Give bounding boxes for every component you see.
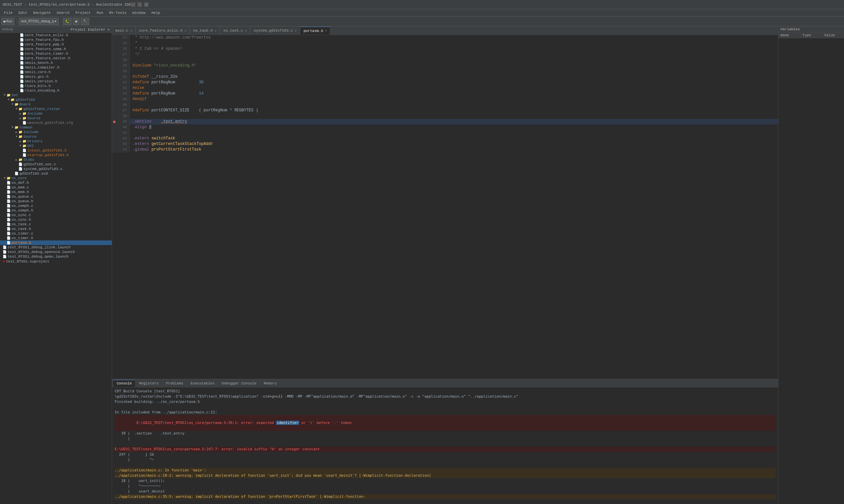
console-content[interactable]: CDT Build Console [test_RTOS1] \gd32vf10… (112, 388, 778, 504)
tree-item-nmsis-core-h[interactable]: 📄 nmsis_core.h (0, 70, 112, 74)
line-bp-33[interactable] (112, 85, 116, 91)
toolbar-btn-debug[interactable]: 🐛 (63, 18, 71, 25)
tree-item-os-queue-c[interactable]: 📄 os_queue.c (0, 194, 112, 199)
console-tab-registers[interactable]: Registers (136, 380, 162, 387)
line-bp-29[interactable] (112, 63, 116, 69)
tree-item-system-gd32vf103-c[interactable]: 📄 system_gd32vf103.c (0, 167, 112, 171)
line-bp-39[interactable] (112, 119, 116, 125)
tree-item-include-board[interactable]: ▶ 📁 Include (0, 111, 112, 116)
tree-item-common[interactable]: ▼ 📁 Common (0, 125, 112, 130)
line-bp-31[interactable] (112, 74, 116, 80)
tab-main-c[interactable]: main.c ✕ (112, 27, 136, 35)
tree-item-nmsis-version-h[interactable]: 📄 nmsis_version.h (0, 79, 112, 84)
tree-item-riscv-bits-h[interactable]: 📄 riscv_bits.h (0, 84, 112, 88)
line-bp-27[interactable] (112, 52, 116, 57)
tree-item-stubs[interactable]: ▶ 📁 Stubs (0, 158, 112, 162)
tree-item-os-def-h[interactable]: 📄 os_def.h (0, 181, 112, 185)
line-bp-38[interactable] (112, 113, 116, 119)
tree-item-os-semph-h[interactable]: 📄 os_semph.h (0, 208, 112, 213)
menu-edit[interactable]: Edit (16, 10, 30, 16)
menu-navigate[interactable]: Navigate (31, 10, 53, 16)
minimize-button[interactable]: ─ (131, 2, 136, 7)
console-tab-problems[interactable]: Problems (163, 380, 187, 387)
run-button[interactable]: ▶ Run (1, 18, 15, 25)
line-bp-40[interactable] (112, 125, 116, 130)
menu-file[interactable]: File (1, 10, 15, 16)
tree-item-gd32vf103-soc-c[interactable]: 📄 gd32vf103_soc.c (0, 162, 112, 167)
config-dropdown[interactable]: test_RTOS1_debug_q ▾ (19, 18, 59, 25)
tree-item-gd32vf103[interactable]: ▼ 📁 gd32vf103 (0, 97, 112, 102)
tree-item-os-timer-c[interactable]: 📄 os_timer.c (0, 231, 112, 236)
tree-item-nmsis-compiler-h[interactable]: 📄 nmsis_compiler.h (0, 65, 112, 70)
tree-item-test-rtos1-debug-openocd[interactable]: 📄 test_RTOS1_debug_openocd.launch (0, 250, 112, 254)
close-tab-portasm[interactable]: ✕ (325, 29, 327, 33)
tree-item-core-feature-timer-h[interactable]: 📄 core_feature_timer.h (0, 51, 112, 56)
toolbar-btn-stop[interactable]: ■ (73, 18, 79, 25)
line-bp-42[interactable] (112, 136, 116, 141)
line-bp-35[interactable] (112, 96, 116, 102)
tree-item-core-feature-spmp-h[interactable]: 📄 core_feature_spmp.h (0, 47, 112, 51)
menu-help[interactable]: Help (149, 10, 163, 16)
tree-item-gd32vf103v-rvstar[interactable]: ▼ 📁 gd32vf103v_rvstar (0, 107, 112, 111)
tree-item-test-rtos1-nuproject[interactable]: ● test_RTOS1.nuproject (0, 259, 112, 264)
line-bp-28[interactable] (112, 57, 116, 63)
line-bp-32[interactable] (112, 80, 116, 85)
tree-item-nmsis-bench-h[interactable]: 📄 nmsis_bench.h (0, 60, 112, 65)
tab-system-gd32vf103[interactable]: system_gd32vf103.c ✕ (250, 27, 300, 35)
close-tab-system[interactable]: ✕ (295, 29, 297, 33)
code-editor[interactable]: 24 * http://aws.amazon.com/freertos 25 *… (112, 35, 778, 379)
line-bp-37[interactable] (112, 108, 116, 113)
tree-item-include-common[interactable]: ▶ 📁 Include (0, 130, 112, 134)
tree-item-intexc-s[interactable]: 📄 intexc_gd32vf103.S (0, 148, 112, 153)
tree-item-os-queue-h[interactable]: 📄 os_queue.h (0, 199, 112, 203)
tab-core-feature-eclic[interactable]: core_feature_eclic.h ✕ (136, 27, 190, 35)
line-bp-44[interactable] (112, 147, 116, 152)
tree-item-core-feature-pmp-h[interactable]: 📄 core_feature_pmp.h (0, 42, 112, 47)
tree-item-test-rtos1-debug-qemu[interactable]: 📄 test_RTOS1_debug_qemu.launch (0, 254, 112, 259)
tree-item-gd32vf103-svd[interactable]: 📄 gd32vf103.svd (0, 171, 112, 176)
close-tab-os-task-c[interactable]: ✕ (245, 29, 247, 33)
line-bp-34[interactable] (112, 91, 116, 96)
tab-os-task-h[interactable]: os_task.h ✕ (190, 27, 220, 35)
toolbar-btn-build[interactable]: 🔨 (81, 18, 89, 25)
tab-portasm-s[interactable]: portasm.S ✕ (300, 27, 330, 35)
menu-search[interactable]: Search (54, 10, 72, 16)
tree-item-openocd-cfg[interactable]: 📄 openocd_gd32vf103.cfg (0, 121, 112, 125)
close-tab-os-task-h[interactable]: ✕ (215, 29, 216, 33)
tree-item-os-mem-c[interactable]: 📄 os_mem.c (0, 185, 112, 190)
tree-item-os-mem-h[interactable]: 📄 os_mem.h (0, 190, 112, 194)
tree-item-os-timer-h[interactable]: 📄 os_timer.h (0, 236, 112, 240)
console-tab-memory[interactable]: Memory (261, 380, 280, 387)
close-button[interactable]: ✕ (144, 2, 148, 7)
tree-item-os-task-h[interactable]: 📄 os_task.h (0, 227, 112, 231)
tree-item-drivers[interactable]: ▶ 📁 Drivers (0, 139, 112, 144)
console-tab-debugger-console[interactable]: Debugger Console (218, 380, 260, 387)
console-tab-console[interactable]: Console (113, 380, 135, 387)
tree-item-os-core[interactable]: ▼ 📁 os_core (0, 176, 112, 181)
line-bp-24[interactable] (112, 35, 116, 40)
tree-item-gcc[interactable]: ▼ 📁 GCC (0, 144, 112, 148)
console-tab-executables[interactable]: Executables (187, 380, 218, 387)
tree-item-os-task-c[interactable]: 📄 os_task.c (0, 222, 112, 227)
line-bp-25[interactable] (112, 40, 116, 46)
maximize-button[interactable]: □ (137, 2, 142, 7)
tree-item-source-board[interactable]: ▶ 📁 Source (0, 116, 112, 121)
tree-item-soc[interactable]: ▼ 📁 SoC (0, 93, 112, 97)
menu-rvtools[interactable]: RV-Tools (106, 10, 129, 16)
tree-item-riscv-encoding-h[interactable]: 📄 riscv_encoding.h (0, 88, 112, 93)
tree-item-startup-s[interactable]: 📄 startup_gd32vf103.S (0, 153, 112, 158)
tree-item-os-sync-c[interactable]: 📄 os_sync.c (0, 213, 112, 217)
tree-item-portasm-s[interactable]: 📄 portasm.S (0, 240, 112, 245)
menu-run[interactable]: Run (94, 10, 106, 16)
menu-project[interactable]: Project (73, 10, 93, 16)
close-tab-eclic[interactable]: ✕ (184, 29, 186, 33)
tree-item-core-feature-fpu-h[interactable]: 📄 core_feature_fpu.h (0, 38, 112, 42)
line-bp-36[interactable] (112, 102, 116, 108)
menu-window[interactable]: Window (130, 10, 148, 16)
line-bp-43[interactable] (112, 141, 116, 147)
tree-item-board[interactable]: ▼ 📁 Board (0, 102, 112, 107)
tree-item-core-feature-vector-h[interactable]: 📄 core_feature_vector.h (0, 56, 112, 60)
tree-item-nmsis-gcc-h[interactable]: 📄 nmsis_gcc.h (0, 74, 112, 79)
line-bp-30[interactable] (112, 69, 116, 74)
line-bp-41[interactable] (112, 130, 116, 136)
